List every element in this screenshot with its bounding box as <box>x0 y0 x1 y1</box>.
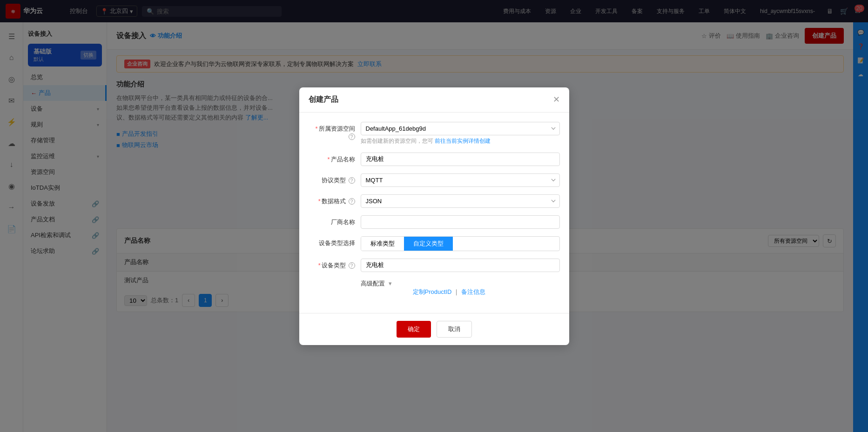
protocol-type-control: MQTT CoAP HTTPS LwM2M <box>361 173 560 187</box>
resource-space-hint: 如需创建新的资源空间，您可 前往当前实例详情创建 <box>361 137 560 145</box>
advanced-config-control: 高级配置 ▾ 定制ProductID ｜ 备注信息 <box>361 279 560 296</box>
protocol-type-label: 协议类型 ? <box>309 173 355 185</box>
custom-type-btn[interactable]: 自定义类型 <box>404 237 453 251</box>
resource-space-create-link[interactable]: 前往当前实例详情创建 <box>435 138 491 144</box>
custom-product-id-link[interactable]: 定制ProductID <box>413 288 452 295</box>
device-type-row: *设备类型 ? <box>309 259 560 272</box>
advanced-links: 定制ProductID ｜ 备注信息 <box>413 288 560 296</box>
data-format-select[interactable]: JSON 二进制码流 <box>361 194 560 208</box>
protocol-type-row: 协议类型 ? MQTT CoAP HTTPS LwM2M <box>309 173 560 187</box>
advanced-config-label <box>309 279 355 282</box>
resource-space-select[interactable]: DefaultApp_61debg9d <box>361 122 560 135</box>
confirm-button[interactable]: 确定 <box>397 321 431 338</box>
product-name-input[interactable] <box>361 153 560 166</box>
device-type-select-row: 设备类型选择 标准类型 自定义类型 <box>309 236 560 251</box>
data-format-info-icon[interactable]: ? <box>349 198 355 205</box>
modal-body: *所属资源空间 ? DefaultApp_61debg9d 如需创建新的资源空间… <box>299 113 569 313</box>
data-format-label: *数据格式 ? <box>309 194 355 206</box>
device-type-control <box>361 259 560 272</box>
advanced-config-row: 高级配置 ▾ 定制ProductID ｜ 备注信息 <box>309 279 560 296</box>
advanced-config-toggle[interactable]: 高级配置 ▾ <box>361 279 560 288</box>
modal-close-button[interactable]: ✕ <box>553 95 560 104</box>
protocol-type-select[interactable]: MQTT CoAP HTTPS LwM2M <box>361 173 560 187</box>
data-format-control: JSON 二进制码流 <box>361 194 560 208</box>
product-name-row: *产品名称 <box>309 153 560 166</box>
resource-space-label: *所属资源空间 ? <box>309 122 355 140</box>
product-name-label: *产品名称 <box>309 153 355 164</box>
resource-space-control: DefaultApp_61debg9d 如需创建新的资源空间，您可 前往当前实例… <box>361 122 560 145</box>
manufacturer-row: 厂商名称 <box>309 215 560 229</box>
modal-footer: 确定 取消 <box>299 313 569 345</box>
modal-title: 创建产品 <box>309 95 338 105</box>
device-type-input[interactable] <box>361 259 560 272</box>
advanced-chevron-icon: ▾ <box>389 280 392 287</box>
resource-space-info-icon[interactable]: ? <box>349 133 355 140</box>
manufacturer-input[interactable] <box>361 215 560 229</box>
product-name-control <box>361 153 560 166</box>
device-type-label: *设备类型 ? <box>309 259 355 270</box>
device-type-select-label: 设备类型选择 <box>309 236 355 247</box>
remark-link[interactable]: 备注信息 <box>461 288 485 295</box>
cancel-button[interactable]: 取消 <box>437 321 472 338</box>
device-type-info-icon[interactable]: ? <box>349 262 355 269</box>
data-format-row: *数据格式 ? JSON 二进制码流 <box>309 194 560 208</box>
create-product-modal: 创建产品 ✕ *所属资源空间 ? DefaultApp_61debg9d 如需创… <box>299 87 569 345</box>
modal-overlay: 创建产品 ✕ *所属资源空间 ? DefaultApp_61debg9d 如需创… <box>0 0 868 432</box>
standard-type-btn[interactable]: 标准类型 <box>361 237 404 251</box>
modal-header: 创建产品 ✕ <box>299 87 569 113</box>
manufacturer-label: 厂商名称 <box>309 215 355 226</box>
resource-space-row: *所属资源空间 ? DefaultApp_61debg9d 如需创建新的资源空间… <box>309 122 560 145</box>
device-type-toggle-wrap: 标准类型 自定义类型 <box>361 236 560 251</box>
protocol-info-icon[interactable]: ? <box>349 177 355 184</box>
manufacturer-control <box>361 215 560 229</box>
device-type-toggle: 标准类型 自定义类型 <box>361 236 560 251</box>
